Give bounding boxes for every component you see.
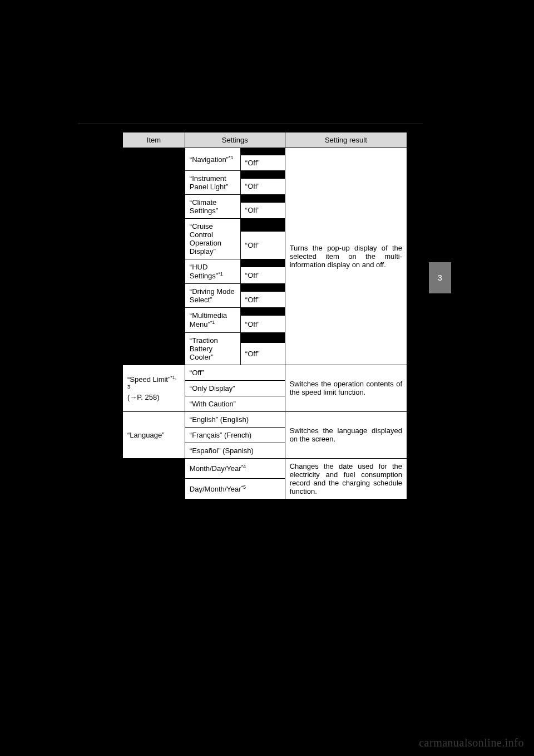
opt-lang-en: “English” (English) — [185, 411, 285, 427]
opt-off: “Off” — [240, 291, 285, 307]
opt-on — [240, 171, 285, 179]
sub-cruise: “Cruise Control Operation Display” — [185, 219, 240, 259]
table-row: “Speed Limit”*1, 3 (→P. 258) “Off” Switc… — [123, 365, 407, 380]
opt-on — [240, 332, 285, 342]
manual-page: Item Settings Setting result “Navigation… — [78, 124, 456, 499]
opt-on — [240, 308, 285, 316]
result-language: Switches the language dis­played on the … — [285, 411, 407, 458]
sub-drivemode: “Driving Mode Select” — [185, 284, 240, 308]
table-header-row: Item Settings Setting result — [123, 132, 407, 148]
sub-traction: “Traction Battery Cooler” — [185, 332, 240, 365]
table-row: “Navigation”*1 Turns the pop-up display … — [123, 148, 407, 155]
col-result: Setting result — [285, 132, 407, 148]
sub-multimedia: “Multimedia Menu”*1 — [185, 308, 240, 332]
opt-on — [240, 219, 285, 232]
opt-on — [240, 284, 285, 292]
sub-hud: “HUD Settings”*1 — [185, 259, 240, 284]
sub-navigation: “Navigation”*1 — [185, 148, 240, 171]
settings-table: Item Settings Setting result “Navigation… — [122, 132, 407, 499]
opt-speed-only: “Only Display” — [185, 380, 285, 396]
opt-off: “Off” — [240, 155, 285, 171]
watermark: carmanualsonline.info — [419, 737, 524, 749]
opt-speed-off: “Off” — [185, 365, 285, 380]
chapter-tab: 3 — [429, 262, 451, 293]
opt-off: “Off” — [240, 343, 285, 365]
opt-off: “Off” — [240, 267, 285, 284]
opt-off: “Off” — [240, 202, 285, 218]
opt-date-mdy: Month/Day/Year*4 — [185, 458, 285, 479]
result-date: Changes the date used for the electricit… — [285, 458, 407, 499]
horizontal-rule — [78, 124, 423, 124]
sub-climate: “Climate Settings” — [185, 195, 240, 219]
opt-date-dmy: Day/Month/Year*5 — [185, 479, 285, 499]
opt-off: “Off” — [240, 316, 285, 332]
result-speed: Switches the operation con­tents of the … — [285, 365, 407, 411]
opt-lang-fr: “Français” (French) — [185, 427, 285, 443]
table-row: “Language” “English” (English) Switches … — [123, 411, 407, 427]
item-popup — [123, 148, 185, 365]
item-speed: “Speed Limit”*1, 3 (→P. 258) — [123, 365, 185, 411]
col-item: Item — [123, 132, 185, 148]
opt-off: “Off” — [240, 232, 285, 259]
table-row: Month/Day/Year*4 Changes the date used f… — [123, 458, 407, 479]
opt-on — [240, 148, 285, 155]
col-settings: Settings — [185, 132, 285, 148]
opt-lang-es: “Español” (Spanish) — [185, 443, 285, 458]
sub-ipl: “Instrument Panel Light” — [185, 171, 240, 195]
opt-speed-caution: “With Caution” — [185, 396, 285, 411]
opt-on — [240, 259, 285, 267]
item-date — [123, 458, 185, 499]
result-popup: Turns the pop-up display of the selected… — [285, 148, 407, 365]
opt-off: “Off” — [240, 178, 285, 194]
item-language: “Language” — [123, 411, 185, 458]
opt-on — [240, 195, 285, 203]
